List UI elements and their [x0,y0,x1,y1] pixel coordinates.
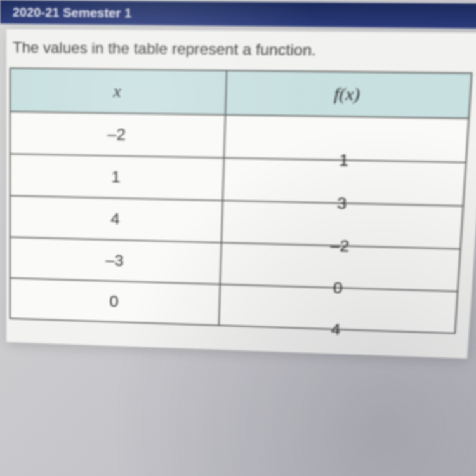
cell-fx: 4 [218,305,456,355]
cell-fx: 3 [222,180,465,228]
cell-x: 1 [10,154,225,201]
cell-fx: 0 [220,264,459,313]
column-header-fx: f(x) [225,70,472,118]
content-area: The values in the table represent a func… [6,29,476,359]
prompt-text: The values in the table represent a func… [10,39,475,61]
cell-x: 0 [10,278,221,326]
header-bar: 2020-21 Semester 1 [0,0,476,29]
cell-fx: –2 [221,222,461,271]
cell-x: 4 [10,195,223,242]
cell-fx: 1 [223,136,467,184]
cell-x: –2 [10,112,226,158]
cell-x: –3 [10,237,222,284]
column-header-x: x [10,68,227,115]
header-title: 2020-21 Semester 1 [13,5,132,20]
table-header-row: x f(x) [10,68,472,118]
function-table: x f(x) –2 1 1 3 4 –2 –3 0 [10,67,473,334]
